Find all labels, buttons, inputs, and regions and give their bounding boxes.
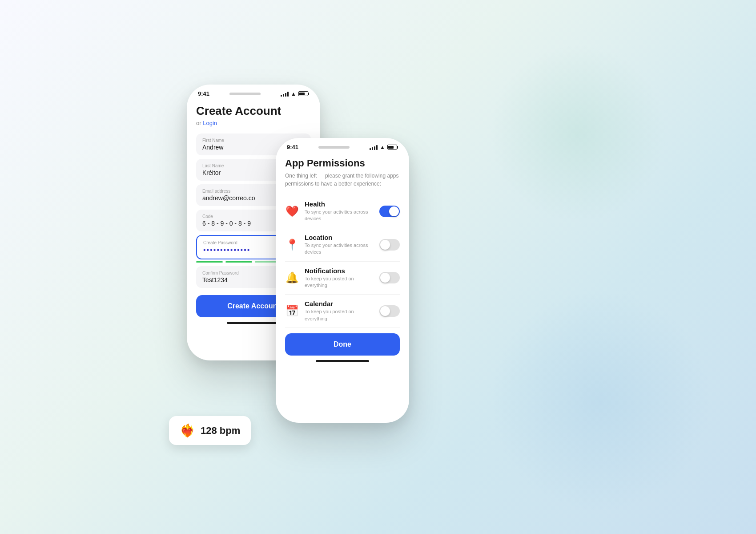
calendar-name: Calendar	[305, 300, 374, 307]
permission-item-calendar: 📅 Calendar To keep you posted on everyth…	[285, 295, 400, 328]
heart-rate-value: 128 bpm	[201, 425, 240, 437]
health-text: Health To sync your activities across de…	[305, 200, 374, 222]
notch-front	[318, 146, 350, 149]
permissions-title: App Permissions	[285, 158, 400, 169]
wifi-icon-back: ▲	[291, 91, 296, 97]
location-toggle-knob	[380, 240, 390, 250]
permission-item-notifications: 🔔 Notifications To keep you posted on ev…	[285, 262, 400, 295]
health-toggle[interactable]	[379, 206, 400, 217]
permissions-content: App Permissions One thing left — please …	[276, 154, 409, 418]
home-indicator-back	[227, 322, 280, 324]
location-name: Location	[305, 234, 374, 241]
health-name: Health	[305, 200, 374, 208]
strength-bar-2	[225, 261, 252, 263]
health-icon: ❤️	[285, 205, 299, 218]
health-toggle-knob	[389, 206, 399, 216]
notch-back	[229, 93, 261, 95]
notifications-text: Notifications To keep you posted on ever…	[305, 267, 374, 289]
or-login-text: or Login	[196, 120, 311, 126]
calendar-desc: To keep you posted on everything	[305, 308, 374, 322]
signal-icon-front	[370, 145, 378, 150]
notifications-toggle-knob	[380, 273, 390, 283]
battery-icon-back	[298, 91, 309, 96]
phones-container: 9:41 ▲ Create Account or	[178, 67, 578, 467]
location-icon: 📍	[285, 239, 299, 251]
signal-icon-back	[281, 91, 289, 97]
status-icons-back: ▲	[281, 91, 309, 97]
calendar-toggle-knob	[380, 306, 390, 316]
notifications-icon: 🔔	[285, 271, 299, 284]
home-indicator-front	[316, 360, 369, 362]
notifications-name: Notifications	[305, 267, 374, 275]
calendar-toggle[interactable]	[379, 305, 400, 317]
screen-title: Create Account	[196, 104, 311, 118]
done-button[interactable]: Done	[285, 333, 400, 356]
health-desc: To sync your activities across devices	[305, 209, 374, 222]
location-toggle[interactable]	[379, 239, 400, 251]
strength-bar-1	[196, 261, 223, 263]
permissions-subtitle: One thing left — please grant the follow…	[285, 172, 400, 188]
notifications-desc: To keep you posted on everything	[305, 275, 374, 289]
heart-rate-widget: ❤️‍🔥 128 bpm	[169, 416, 251, 445]
battery-icon-front	[387, 145, 398, 150]
login-link[interactable]: Login	[203, 120, 217, 126]
calendar-icon: 📅	[285, 305, 299, 317]
app-permissions-phone: 9:41 ▲ App Permissions One thing left — …	[276, 138, 409, 423]
location-desc: To sync your activities across devices	[305, 242, 374, 256]
wifi-icon-front: ▲	[380, 144, 385, 150]
heart-rate-icon: ❤️‍🔥	[180, 423, 195, 438]
status-icons-front: ▲	[370, 144, 398, 150]
location-text: Location To sync your activities across …	[305, 234, 374, 256]
permission-item-health: ❤️ Health To sync your activities across…	[285, 195, 400, 228]
permission-item-location: 📍 Location To sync your activities acros…	[285, 228, 400, 262]
status-time-back: 9:41	[198, 90, 209, 97]
calendar-text: Calendar To keep you posted on everythin…	[305, 300, 374, 322]
status-bar-front: 9:41 ▲	[276, 138, 409, 154]
notifications-toggle[interactable]	[379, 272, 400, 283]
status-time-front: 9:41	[287, 144, 298, 150]
status-bar-back: 9:41 ▲	[187, 85, 320, 101]
